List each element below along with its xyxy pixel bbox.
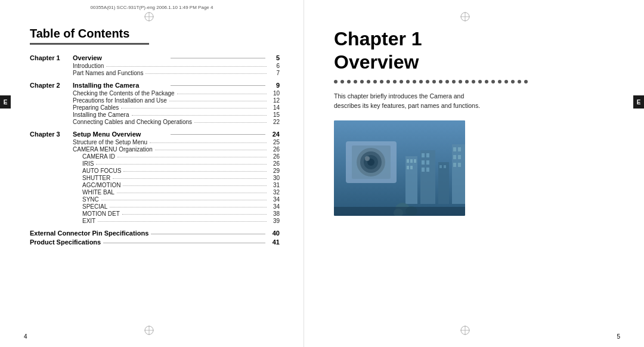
toc-title: Table of Contents bbox=[30, 27, 280, 41]
svg-rect-23 bbox=[414, 159, 416, 163]
chapter-1-dots bbox=[171, 58, 266, 58]
svg-rect-27 bbox=[422, 153, 425, 157]
dot-1 bbox=[340, 80, 344, 83]
toc-table: Chapter 1 Overview 5 Introduction 6 Part… bbox=[30, 54, 280, 246]
chapter-2-num: Chapter 2 bbox=[30, 82, 73, 89]
section-gap-3 bbox=[30, 225, 280, 230]
toc-entry-partnames: Part Names and Functions 7 bbox=[30, 70, 280, 76]
section-gap-2 bbox=[30, 126, 280, 131]
chapter-label-text: Chapter 1 bbox=[334, 28, 422, 49]
svg-rect-37 bbox=[453, 147, 456, 151]
section-gap-1 bbox=[30, 77, 280, 82]
toc-entry-structure: Structure of the Setup Menu 25 bbox=[30, 139, 280, 145]
dot-27 bbox=[511, 80, 515, 83]
toc-subentry-agcmotion: AGC/MOTION 31 bbox=[30, 182, 280, 188]
svg-rect-25 bbox=[410, 166, 413, 169]
toc-subentry-whitebal: WHITE BAL 32 bbox=[30, 189, 280, 196]
dot-26 bbox=[504, 80, 508, 83]
svg-rect-29 bbox=[422, 160, 425, 165]
dot-8 bbox=[386, 80, 390, 83]
page-num-right: 5 bbox=[617, 333, 620, 340]
bold-entry-connector: External Connector Pin Specifications 40 bbox=[30, 230, 280, 237]
chapter-3-title: Setup Menu Overview bbox=[73, 131, 168, 138]
dot-9 bbox=[393, 80, 397, 83]
header-text: 00355A(01) SCC-931T(P)-eng 2006.1.10 1:4… bbox=[91, 5, 213, 10]
toc-entry-camera-menu: CAMERA MENU Organization 26 bbox=[30, 146, 280, 153]
toc-subentry-special: SPECIAL 34 bbox=[30, 203, 280, 210]
chapter-2-page: 9 bbox=[268, 82, 280, 89]
dot-0 bbox=[334, 80, 338, 83]
toc-subentry-iris: IRIS 26 bbox=[30, 160, 280, 167]
reg-mark-right-top bbox=[459, 11, 471, 23]
dot-10 bbox=[400, 80, 403, 83]
svg-rect-41 bbox=[453, 163, 456, 167]
dot-22 bbox=[478, 80, 482, 83]
dot-13 bbox=[419, 80, 423, 83]
dot-12 bbox=[413, 80, 416, 83]
reg-mark-bottom bbox=[143, 324, 155, 336]
chapter-1-num: Chapter 1 bbox=[30, 54, 73, 61]
svg-rect-39 bbox=[453, 155, 456, 159]
dot-5 bbox=[367, 80, 370, 83]
chapter-3-num: Chapter 3 bbox=[30, 131, 73, 138]
svg-rect-46 bbox=[334, 207, 465, 216]
dot-18 bbox=[452, 80, 456, 83]
chapter-3-dots bbox=[171, 134, 266, 135]
svg-rect-28 bbox=[426, 153, 429, 157]
toc-entry-checking: Checking the Contents of the Package 10 bbox=[30, 90, 280, 97]
chapter-1-title: Overview bbox=[73, 54, 168, 61]
svg-point-19 bbox=[365, 156, 370, 161]
dot-25 bbox=[498, 80, 501, 83]
svg-rect-40 bbox=[458, 155, 461, 159]
svg-rect-42 bbox=[458, 163, 461, 167]
dot-7 bbox=[380, 80, 383, 83]
reg-mark-top bbox=[143, 11, 155, 23]
svg-rect-31 bbox=[422, 168, 425, 172]
svg-rect-24 bbox=[407, 166, 409, 169]
dot-17 bbox=[445, 80, 449, 83]
svg-rect-30 bbox=[426, 160, 429, 165]
dot-6 bbox=[373, 80, 377, 83]
dot-20 bbox=[465, 80, 469, 83]
bold-entry-product: Product Specifications 41 bbox=[30, 238, 280, 246]
chapter-intro: This chapter briefly introduces the Came… bbox=[334, 92, 614, 111]
toc-subentry-exit: EXIT 39 bbox=[30, 218, 280, 224]
dot-15 bbox=[432, 80, 436, 83]
reg-mark-right-bottom bbox=[459, 324, 471, 336]
dot-2 bbox=[347, 80, 351, 83]
dot-3 bbox=[354, 80, 357, 83]
toc-subentry-camera-id: CAMERA ID 26 bbox=[30, 153, 280, 160]
svg-rect-21 bbox=[407, 159, 409, 163]
dot-23 bbox=[485, 80, 488, 83]
svg-rect-32 bbox=[426, 168, 429, 172]
page-num-left: 4 bbox=[24, 333, 27, 340]
e-tab-left: E bbox=[0, 95, 11, 109]
chapter-1-page: 5 bbox=[268, 54, 280, 61]
svg-rect-35 bbox=[444, 165, 446, 168]
toc-entry-cables: Preparing Cables 14 bbox=[30, 104, 280, 111]
svg-rect-33 bbox=[438, 162, 449, 204]
right-page: E Chapter 1 Overview This chapter briefl… bbox=[304, 0, 644, 347]
page-wrapper: 00355A(01) SCC-931T(P)-eng 2006.1.10 1:4… bbox=[0, 0, 644, 347]
chapter-heading: Chapter 1 bbox=[334, 29, 614, 49]
dot-19 bbox=[459, 80, 462, 83]
chapter-2-title: Installing the Camera bbox=[73, 82, 168, 89]
chapter-3-page: 24 bbox=[268, 131, 280, 138]
dot-14 bbox=[426, 80, 429, 83]
dot-21 bbox=[472, 80, 475, 83]
chapter-3-row: Chapter 3 Setup Menu Overview 24 bbox=[30, 131, 280, 138]
left-page: 00355A(01) SCC-931T(P)-eng 2006.1.10 1:4… bbox=[0, 0, 304, 347]
chapter-1-row: Chapter 1 Overview 5 bbox=[30, 54, 280, 61]
dot-29 bbox=[524, 80, 528, 83]
chapter-2-dots bbox=[171, 85, 266, 86]
dot-24 bbox=[491, 80, 495, 83]
toc-entry-intro: Introduction 6 bbox=[30, 63, 280, 69]
toc-subentry-autofocus: AUTO FOCUS 29 bbox=[30, 168, 280, 174]
toc-subentry-motiondet: MOTION DET 38 bbox=[30, 210, 280, 217]
toc-entry-installing: Installing the Camera 15 bbox=[30, 111, 280, 118]
dot-28 bbox=[518, 80, 521, 83]
page-header: 00355A(01) SCC-931T(P)-eng 2006.1.10 1:4… bbox=[0, 5, 304, 10]
svg-rect-22 bbox=[410, 159, 413, 163]
dot-11 bbox=[406, 80, 410, 83]
toc-subentry-shutter: SHUTTER 30 bbox=[30, 175, 280, 181]
